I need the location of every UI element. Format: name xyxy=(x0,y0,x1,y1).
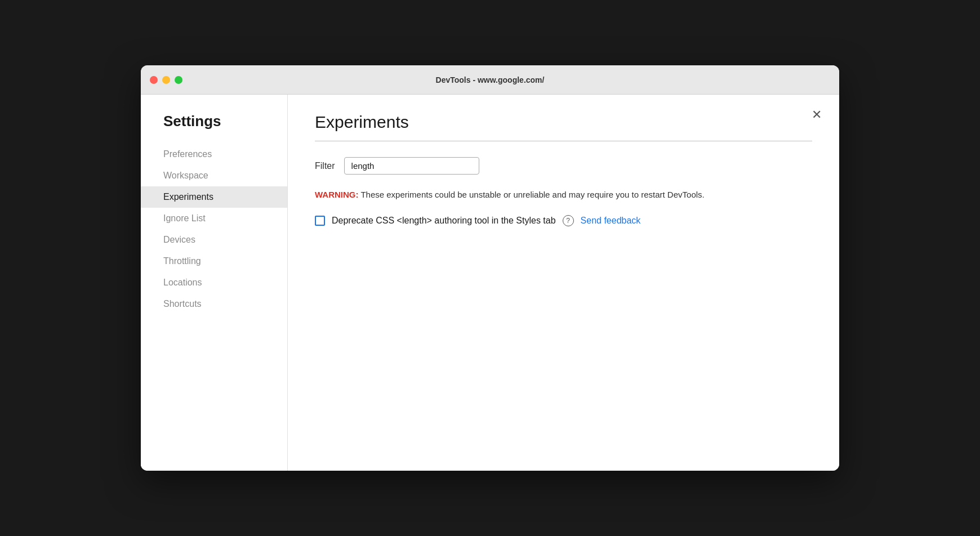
send-feedback-link[interactable]: Send feedback xyxy=(581,216,641,226)
window-title: DevTools - www.google.com/ xyxy=(436,75,545,84)
help-icon[interactable]: ? xyxy=(563,215,574,226)
maximize-traffic-light[interactable] xyxy=(175,76,182,84)
main-panel: ✕ Experiments Filter WARNING: These expe… xyxy=(287,95,839,471)
sidebar-item-experiments[interactable]: Experiments xyxy=(141,186,287,208)
sidebar-item-locations[interactable]: Locations xyxy=(141,272,287,293)
window-content: Settings Preferences Workspace Experimen… xyxy=(141,95,839,471)
filter-input[interactable] xyxy=(344,157,479,175)
close-traffic-light[interactable] xyxy=(150,76,158,84)
sidebar-item-devices[interactable]: Devices xyxy=(141,229,287,251)
settings-heading: Settings xyxy=(141,113,287,144)
warning-body: These experiments could be unstable or u… xyxy=(359,190,705,199)
page-title: Experiments xyxy=(315,113,812,132)
sidebar-item-shortcuts[interactable]: Shortcuts xyxy=(141,293,287,315)
section-divider xyxy=(315,141,812,141)
close-button[interactable]: ✕ xyxy=(808,106,826,124)
filter-row: Filter xyxy=(315,157,812,175)
devtools-window: DevTools - www.google.com/ Settings Pref… xyxy=(141,65,839,471)
warning-message: WARNING: These experiments could be unst… xyxy=(315,188,812,202)
experiment-label: Deprecate CSS <length> authoring tool in… xyxy=(332,216,556,226)
sidebar-item-throttling[interactable]: Throttling xyxy=(141,251,287,272)
filter-label: Filter xyxy=(315,161,335,171)
warning-label: WARNING: xyxy=(315,190,359,199)
sidebar-item-preferences[interactable]: Preferences xyxy=(141,144,287,165)
experiment-row: Deprecate CSS <length> authoring tool in… xyxy=(315,215,812,226)
sidebar-item-workspace[interactable]: Workspace xyxy=(141,165,287,186)
sidebar: Settings Preferences Workspace Experimen… xyxy=(141,95,287,471)
sidebar-item-ignore-list[interactable]: Ignore List xyxy=(141,208,287,229)
sidebar-nav: Preferences Workspace Experiments Ignore… xyxy=(141,144,287,315)
titlebar: DevTools - www.google.com/ xyxy=(141,65,839,95)
minimize-traffic-light[interactable] xyxy=(162,76,170,84)
experiment-checkbox[interactable] xyxy=(315,216,325,226)
traffic-lights xyxy=(150,76,182,84)
